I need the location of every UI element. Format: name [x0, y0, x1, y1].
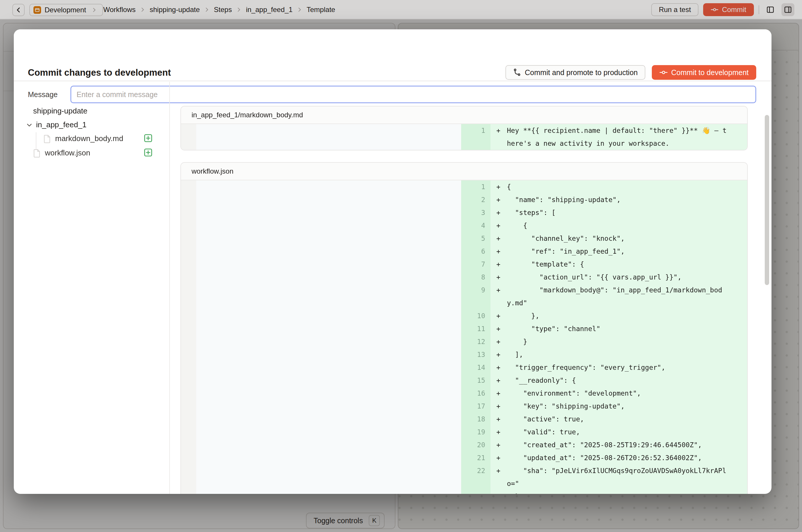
diff-line: 17+ "key": "shipping-update",: [181, 400, 747, 413]
chevron-down-icon[interactable]: [25, 121, 33, 129]
diff-card-markdown-body: in_app_feed_1/markdown_body.md 1+Hey **{…: [181, 106, 748, 150]
line-number: 6: [461, 245, 490, 258]
line-number: 14: [461, 361, 490, 374]
diff-file-header: in_app_feed_1/markdown_body.md: [181, 107, 747, 124]
added-line: + "created_at": "2025-08-25T19:29:46.644…: [490, 438, 747, 451]
old-line-gutter: [181, 490, 196, 494]
old-line-gutter: [181, 258, 196, 271]
diff-add-marker: +: [490, 348, 507, 361]
old-line-gutter: [181, 180, 196, 193]
added-line: + }: [490, 335, 747, 348]
code-text: {: [507, 180, 730, 193]
old-line-gutter: [181, 322, 196, 335]
code-text: "trigger_frequency": "every_trigger",: [507, 361, 730, 374]
diff-line: 19+ "valid": true,: [181, 425, 747, 438]
added-line: + "steps": [: [490, 206, 747, 219]
tree-item-step-folder[interactable]: in_app_feed_1: [25, 120, 87, 129]
line-number: 16: [461, 387, 490, 400]
line-number: 17: [461, 400, 490, 413]
file-icon: [33, 149, 41, 157]
old-line-body: [196, 374, 461, 387]
tree-item-markdown-body[interactable]: markdown_body.md: [43, 134, 123, 143]
diff-line: 1+Hey **{{ recipient.name | default: "th…: [181, 124, 747, 150]
old-line-gutter: [181, 348, 196, 361]
old-line-body: [196, 271, 461, 284]
changed-files-sidebar: shipping-update in_app_feed_1 markdown_b…: [14, 82, 169, 494]
tree-item-workflow-json[interactable]: workflow.json: [33, 148, 90, 157]
line-number: 9: [461, 284, 490, 309]
diff-file-header: workflow.json: [181, 163, 747, 180]
old-line-body: [196, 124, 461, 150]
diff-add-marker: +: [490, 361, 507, 374]
code-text: "key": "shipping-update",: [507, 400, 730, 413]
line-number: 22: [461, 464, 490, 490]
code-text: ],: [507, 348, 730, 361]
old-line-gutter: [181, 284, 196, 309]
overlay-dim-topbar: [0, 0, 802, 19]
old-line-body: [196, 335, 461, 348]
diff-card-workflow-json: workflow.json 1+{2+ "name": "shipping-up…: [181, 162, 748, 494]
line-number: 23: [461, 490, 490, 494]
diff-line: 7+ "template": {: [181, 258, 747, 271]
tree-item-workflow-root[interactable]: shipping-update: [33, 107, 88, 116]
line-number: 15: [461, 374, 490, 387]
added-file-icon: [144, 133, 153, 143]
diff-add-marker: +: [490, 284, 507, 309]
commit-modal-body: shipping-update in_app_feed_1 markdown_b…: [14, 82, 771, 494]
old-line-gutter: [181, 232, 196, 245]
old-line-body: [196, 309, 461, 322]
diff-add-marker: +: [490, 245, 507, 258]
old-line-body: [196, 400, 461, 413]
added-line: + "name": "shipping-update",: [490, 193, 747, 206]
diff-add-marker: +: [490, 180, 507, 193]
diff-add-marker: +: [490, 438, 507, 451]
diff-line: 3+ "steps": [: [181, 206, 747, 219]
line-number: 18: [461, 413, 490, 425]
old-line-body: [196, 322, 461, 335]
line-number: 3: [461, 206, 490, 219]
old-line-body: [196, 232, 461, 245]
line-number: 20: [461, 438, 490, 451]
code-text: "updated_at": "2025-08-26T20:26:52.36400…: [507, 451, 730, 464]
diff-content-area: in_app_feed_1/markdown_body.md 1+Hey **{…: [170, 82, 771, 494]
commit-and-promote-button[interactable]: Commit and promote to production: [505, 65, 645, 80]
old-line-gutter: [181, 245, 196, 258]
added-line: + "updated_at": "2025-08-26T20:26:52.364…: [490, 451, 747, 464]
commit-modal-header: Commit changes to development Commit and…: [14, 29, 771, 81]
line-number: 19: [461, 425, 490, 438]
code-text: "steps": [: [507, 206, 730, 219]
added-line: + "environment": "development",: [490, 387, 747, 400]
diff-rows: 1+Hey **{{ recipient.name | default: "th…: [181, 124, 747, 150]
vertical-scrollbar[interactable]: [765, 115, 769, 285]
line-number: 4: [461, 219, 490, 232]
old-line-gutter: [181, 219, 196, 232]
diff-add-marker: +: [490, 219, 507, 232]
added-line: + },: [490, 309, 747, 322]
old-line-body: [196, 284, 461, 309]
diff-add-marker: +: [490, 387, 507, 400]
added-line: + "__readonly": {: [490, 374, 747, 387]
diff-line: 13+ ],: [181, 348, 747, 361]
diff-add-marker: +: [490, 374, 507, 387]
added-line: + "active": true,: [490, 413, 747, 425]
added-line: + "markdown_body@": "in_app_feed_1/markd…: [490, 284, 747, 309]
added-line: + }: [490, 490, 747, 494]
code-text: }: [507, 335, 730, 348]
code-text: }: [507, 490, 730, 494]
code-text: "action_url": "{{ vars.app_url }}",: [507, 271, 730, 284]
commit-to-development-button[interactable]: Commit to development: [652, 65, 756, 80]
modal-title: Commit changes to development: [28, 68, 171, 78]
line-number: 5: [461, 232, 490, 245]
diff-add-marker: +: [490, 335, 507, 348]
old-line-gutter: [181, 451, 196, 464]
old-line-body: [196, 206, 461, 219]
old-line-gutter: [181, 387, 196, 400]
added-line: + "sha": "pJeLVir6xIlUCMGqs9qroZoUAVDSwA…: [490, 464, 747, 490]
code-text: "environment": "development",: [507, 387, 730, 400]
old-line-body: [196, 193, 461, 206]
old-line-gutter: [181, 425, 196, 438]
diff-line: 6+ "ref": "in_app_feed_1",: [181, 245, 747, 258]
diff-add-marker: +: [490, 322, 507, 335]
diff-line: 4+ {: [181, 219, 747, 232]
old-line-body: [196, 219, 461, 232]
